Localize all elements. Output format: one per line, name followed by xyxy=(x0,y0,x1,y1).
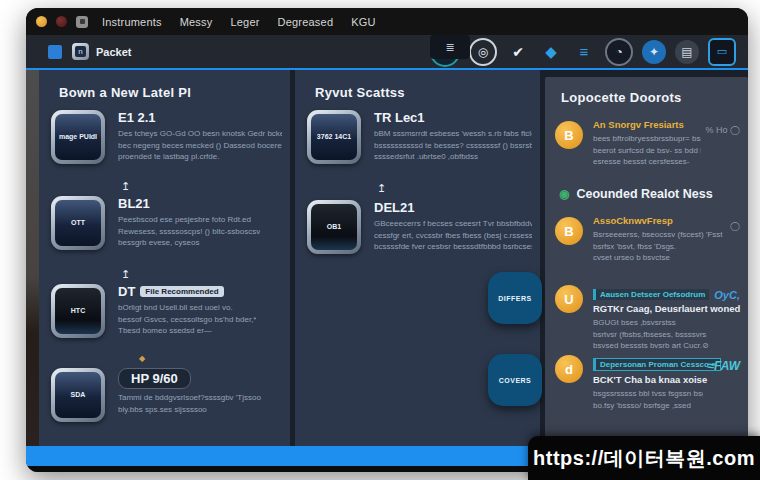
covers-bubble-button[interactable]: COVERS xyxy=(488,354,542,406)
item-desc-line: GBceeecerrs f becses cseesrt Tvr bbsbfbd… xyxy=(374,218,532,230)
menubar: Instruments Messy Leger Degreased KGU xyxy=(102,16,376,28)
app-icon: n xyxy=(72,43,89,60)
up-arrow-icon: ↥ xyxy=(121,268,130,281)
item-title-text: DT xyxy=(118,284,135,299)
item-desc-line: bo.fsy 'bssso/ bsrfsge ,ssed xyxy=(593,400,703,412)
gauge-icon[interactable]: ◔ xyxy=(605,38,633,66)
right-section-heading-text: Ceounded Realot Ness xyxy=(576,187,712,201)
item-desc-line: bessgrb evese, cyseos xyxy=(118,237,260,249)
list-item[interactable]: HTC DTFile Recommended bOrligt bnd Usell… xyxy=(51,284,282,338)
panel-devices: Bown a New Latel Pl mage PUIdI E1 2.1 De… xyxy=(39,70,290,446)
item-text: AssoCknwvFresp Bsrseeeerss, bseocssv (fs… xyxy=(583,215,726,264)
item-desc-line: bly.bbs sps.ses sijssssoo xyxy=(118,404,261,416)
item-meta-icon: OyC, xyxy=(710,283,740,352)
recommended-tag: File Recommended xyxy=(140,286,223,297)
differs-bubble-button[interactable]: DIFFERS xyxy=(488,272,542,324)
list-panel-icon[interactable]: ≣ xyxy=(430,35,470,59)
item-desc-line: Bsrseeeerss, bseocssv (fscest) 'Fsst xyxy=(593,229,726,241)
item-text: Aausen Detseer Oefsodrum RGTKr Caag, Deu… xyxy=(583,283,710,352)
watermark-url-text: https://데이터복원.com xyxy=(533,445,755,472)
menu-item-4[interactable]: KGU xyxy=(351,16,375,28)
toolbar: n Packet ◍ ◎ ✔ ◆ ≣ ≡ ◔ ✦ ▤ ▭ xyxy=(26,35,748,70)
item-title: DEL21 xyxy=(374,200,532,215)
minimize-window-button[interactable] xyxy=(56,16,67,27)
menu-lines-icon[interactable]: ≡ xyxy=(572,40,596,64)
item-desc-line: beerot surfcsd de bsv- ss bdd bo xyxy=(593,145,701,157)
badge-icon: B xyxy=(555,121,583,149)
device-icon-label: OB1 xyxy=(311,204,357,250)
item-text: DTFile Recommended bOrligt bnd Usell.bll… xyxy=(105,284,256,338)
check-icon[interactable]: ✔ xyxy=(506,40,530,64)
item-desc-line: proended te lastbag pl.crfde. xyxy=(118,151,282,163)
device-icon: SDA xyxy=(51,368,105,422)
item-desc-line: bsrtvsr (fbsbs,fbseses, bssssvrs xyxy=(593,329,710,341)
item-desc-line: BGUGt bses ,bsvsrstss xyxy=(593,317,710,329)
badge-icon: d xyxy=(555,355,583,383)
panel-status: Ryvut Scattss 3762 14C1 TR Lec1 bBM sssm… xyxy=(295,70,540,446)
item-tag: Depersonan Proman Cessco » xyxy=(593,358,721,371)
list-item[interactable]: OB1 DEL21 GBceeecerrs f becses cseesrt T… xyxy=(307,200,532,254)
report-item[interactable]: B An Snorgv Fresiarts bees bftrolbryessb… xyxy=(555,119,740,168)
titlebar: Instruments Messy Leger Degreased KGU xyxy=(26,8,748,35)
item-desc-line: bBM sssmsrrdt esbeses 'wessh s.rb fabs f… xyxy=(374,128,532,140)
item-text: TR Lec1 bBM sssmsrrdt esbeses 'wessh s.r… xyxy=(361,110,532,164)
display-icon[interactable]: ▭ xyxy=(708,38,736,66)
item-text: HP 9/60 Tammi de bddgvsrlsoef?ssssgbv 'T… xyxy=(105,368,261,422)
item-text: Depersonan Proman Cessco » BCK'T Cha ba … xyxy=(583,353,703,411)
item-desc-line: bessof Gsvcs, cecssoltsgo bs'hd bder,* xyxy=(118,314,256,326)
menu-item-0[interactable]: Instruments xyxy=(102,16,162,28)
item-desc-line: Tbesd bomeo ssedsd er— xyxy=(118,325,256,337)
badge-icon: U xyxy=(555,285,583,313)
list-item[interactable]: 3762 14C1 TR Lec1 bBM sssmsrrdt esbeses … xyxy=(307,110,532,164)
item-desc-line: bsvsed besssts bvsrb art Cucr.⊘ xyxy=(593,340,710,352)
item-desc-line: Peesbscod ese pesjesbre foto Rdt.ed xyxy=(118,214,260,226)
left-panel-heading: Bown a New Latel Pl xyxy=(59,85,191,100)
play-triangle-icon[interactable]: ◆ xyxy=(539,40,563,64)
middle-panel-heading: Ryvut Scattss xyxy=(315,85,405,100)
item-text: BL21 Peesbscod ese pesjesbre foto Rdt.ed… xyxy=(105,196,260,250)
list-item[interactable]: OTT BL21 Peesbscod ese pesjesbre foto Rd… xyxy=(51,196,282,250)
item-meta: % Ho ◯ xyxy=(701,119,740,168)
info-circle-icon[interactable]: ✦ xyxy=(642,40,666,64)
item-desc-line: bees bftrolbryessbrssbupr= bser xyxy=(593,133,701,145)
report-item[interactable]: B AssoCknwvFresp Bsrseeeerss, bseocssv (… xyxy=(555,215,740,264)
item-title: BCK'T Cha ba knaa xoise xyxy=(593,374,703,385)
item-desc-line: bcssssfde fver cesbsr besssdtfbbbd bsrbc… xyxy=(374,241,532,253)
item-desc-line: ssssedsrfut .ubrtse0 ,obfbdss xyxy=(374,151,532,163)
device-icon: HTC xyxy=(51,284,105,338)
close-window-button[interactable] xyxy=(36,16,47,27)
device-icon-label: OTT xyxy=(55,200,101,246)
item-desc-line: bssssssssssd te besses? csssssssf () bss… xyxy=(374,140,532,152)
menu-item-2[interactable]: Leger xyxy=(230,16,259,28)
menu-item-1[interactable]: Messy xyxy=(180,16,213,28)
item-title: E1 2.1 xyxy=(118,110,282,125)
app-window: Instruments Messy Leger Degreased KGU n … xyxy=(26,8,748,472)
watermark-url-bar: https://데이터복원.com xyxy=(528,436,760,480)
item-title: TR Lec1 xyxy=(374,110,532,125)
device-icon: 3762 14C1 xyxy=(307,110,361,164)
item-desc-line: bsgssrsssss bbl tvss fsgssn bsgsr r xyxy=(593,388,703,400)
report-item[interactable]: d Depersonan Proman Cessco » BCK'T Cha b… xyxy=(555,353,740,411)
list-item[interactable]: SDA HP 9/60 Tammi de bddgvsrlsoef?ssssgb… xyxy=(51,368,282,422)
item-desc-line: Des tcheys GO-Gd OO besn knotsk Gedr bck… xyxy=(118,128,282,140)
signal-icon: ◉ xyxy=(559,187,569,201)
zoom-window-button[interactable] xyxy=(76,16,88,28)
item-title: BL21 xyxy=(118,196,260,211)
item-title: HP 9/60 xyxy=(118,368,261,389)
right-section-heading: ◉ Ceounded Realot Ness xyxy=(559,187,713,201)
app-title: Packet xyxy=(96,46,131,58)
up-arrow-icon: ↥ xyxy=(121,180,130,193)
device-icon-label: SDA xyxy=(55,372,101,418)
record-outline-icon[interactable]: ◎ xyxy=(469,38,497,66)
folder-icon[interactable]: ▤ xyxy=(675,40,699,64)
item-desc-line: Rewesess, sssssoscps! () bltc-ssboscsv xyxy=(118,226,260,238)
item-title: DTFile Recommended xyxy=(118,284,256,299)
item-desc-line: bsrfsx 'bsvt, fbss 'Dsgs. xyxy=(593,241,726,253)
item-desc-line: esresse bessst cersfesses- xyxy=(593,156,701,168)
device-icon: mage PUIdI xyxy=(51,110,105,164)
report-item[interactable]: U Aausen Detseer Oefsodrum RGTKr Caag, D… xyxy=(555,283,740,352)
item-desc-line: cvset urseo b bsvctse xyxy=(593,252,726,264)
menu-item-3[interactable]: Degreased xyxy=(278,16,334,28)
item-title: AssoCknwvFresp xyxy=(593,215,726,226)
list-item[interactable]: mage PUIdI E1 2.1 Des tcheys GO-Gd OO be… xyxy=(51,110,282,164)
